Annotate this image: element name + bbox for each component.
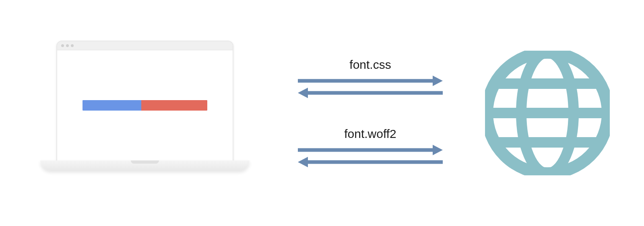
arrow-left-icon: [296, 87, 445, 99]
window-control-dot: [61, 44, 64, 47]
globe-container: [483, 49, 612, 177]
arrow-right-icon: [296, 75, 445, 87]
loading-bar-blue-segment: [83, 100, 141, 111]
svg-marker-3: [298, 88, 308, 98]
laptop-illustration: [32, 33, 258, 193]
loading-bar: [83, 100, 207, 111]
request-label: font.css: [349, 58, 391, 72]
laptop-base: [40, 160, 250, 171]
request-group-css: font.css: [294, 58, 447, 99]
svg-marker-7: [298, 157, 308, 167]
browser-viewport: [57, 50, 233, 160]
svg-marker-5: [433, 145, 443, 155]
laptop-notch: [131, 160, 159, 164]
svg-marker-1: [433, 76, 443, 86]
browser-titlebar: [57, 41, 233, 50]
request-group-woff2: font.woff2: [294, 127, 447, 168]
loading-bar-red-segment: [141, 100, 207, 111]
globe-icon: [485, 51, 610, 175]
arrow-right-icon: [296, 144, 445, 156]
window-control-dot: [71, 44, 74, 47]
request-label: font.woff2: [344, 127, 396, 141]
window-control-dot: [66, 44, 69, 47]
request-arrows: font.css font.woff2: [294, 58, 447, 168]
arrow-left-icon: [296, 156, 445, 168]
laptop-screen: [56, 41, 233, 161]
